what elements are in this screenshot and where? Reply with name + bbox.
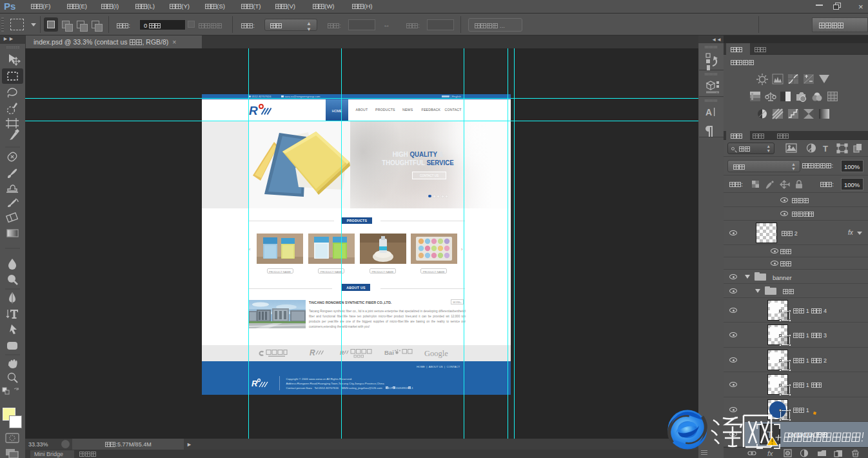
svg-text:A: A — [705, 107, 712, 117]
svg-text:Google: Google — [424, 348, 448, 357]
svg-text:R: R — [249, 103, 258, 117]
svg-text:T: T — [823, 144, 828, 154]
svg-text:R: R — [252, 379, 258, 388]
svg-text:Bai: Bai — [384, 349, 394, 356]
svg-text:fx: fx — [767, 450, 773, 457]
svg-text:R: R — [310, 348, 315, 357]
